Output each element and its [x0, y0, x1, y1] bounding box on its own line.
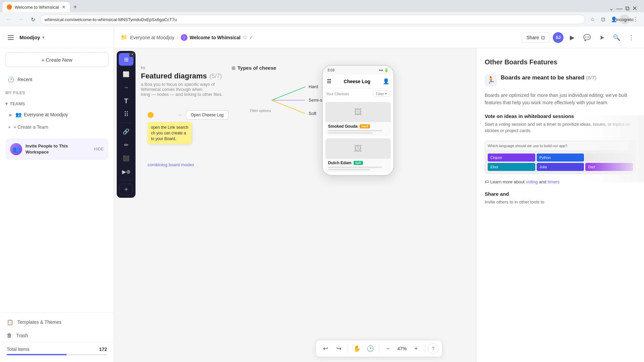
- tool-dropdown-icon: ▾: [129, 52, 135, 57]
- templates-themes-button[interactable]: 📋 Templates & Themes: [0, 315, 114, 329]
- rp-share-icon: 🏃: [485, 74, 497, 86]
- arrow-tool-button[interactable]: →: [119, 81, 133, 94]
- trash-label: Trash: [16, 333, 28, 338]
- frame-tool-button[interactable]: ⬜: [119, 68, 133, 80]
- create-team-button[interactable]: + + Create a Team: [3, 121, 111, 133]
- grid-tool-button[interactable]: ⠿: [119, 108, 133, 121]
- line-4: [328, 169, 370, 170]
- create-team-plus-icon: +: [8, 124, 11, 130]
- create-new-button[interactable]: + Create New: [5, 52, 108, 67]
- rp-main-desc: Boards are optimized for more than just …: [485, 92, 636, 107]
- presentation-button[interactable]: ▶: [566, 32, 578, 44]
- section-title-partial: Featured diagrams: [141, 72, 207, 80]
- maximize-button[interactable]: ⧉: [625, 5, 630, 12]
- sidebar-toggle[interactable]: ⊡: [598, 15, 608, 24]
- back-button[interactable]: ←: [4, 15, 13, 24]
- browser-chrome: Welcome to Whimsical ✕ + ⌄ — ⧉ ✕ ← → ↻ w…: [0, 0, 644, 27]
- refresh-button[interactable]: ↻: [28, 15, 38, 24]
- search-button[interactable]: 🔍: [610, 32, 623, 44]
- more-options-button[interactable]: ⋮: [625, 32, 637, 44]
- star-button[interactable]: ☆: [243, 34, 247, 41]
- minimize-button[interactable]: —: [616, 5, 623, 12]
- sidebar-menu-button[interactable]: [5, 32, 16, 43]
- browser-tabs: Welcome to Whimsical ✕ + ⌄ — ⧉ ✕: [0, 0, 644, 12]
- trash-button[interactable]: 🗑 Trash: [0, 329, 114, 342]
- zoom-in-button[interactable]: +: [410, 343, 422, 355]
- total-count: 172: [99, 347, 107, 352]
- breadcrumb-workspace-link[interactable]: Everyone at Moodjoy: [130, 35, 174, 40]
- cheese-card-1-title-row: Smoked Gouda Hard: [328, 124, 388, 129]
- collapse-button[interactable]: ⌄: [609, 5, 614, 12]
- close-button[interactable]: ✕: [632, 5, 637, 12]
- history-button[interactable]: 🕐: [364, 343, 376, 355]
- workspace-selector[interactable]: Moodjoy ▾: [19, 35, 44, 40]
- comments-button[interactable]: 💬: [581, 32, 593, 44]
- help-button[interactable]: ?: [428, 343, 439, 354]
- invite-hide-button[interactable]: HIDE: [94, 147, 104, 152]
- sidebar-item-recent[interactable]: 🕐 Recent: [3, 73, 111, 86]
- timers-link[interactable]: timers: [548, 179, 559, 184]
- add-tool-button[interactable]: +: [119, 184, 133, 195]
- cheese-2-name: Dutch Edam: [328, 161, 352, 165]
- active-tab[interactable]: Welcome to Whimsical ✕: [3, 2, 70, 12]
- trash-icon: 🗑: [7, 333, 12, 339]
- select-tool-button[interactable]: ⊞ ▾: [119, 53, 133, 66]
- vote-julia: Julia: [537, 163, 584, 171]
- share-button[interactable]: Share ⊡: [522, 33, 550, 43]
- rp-share-title: Share and: [485, 191, 636, 197]
- redo-button[interactable]: ↪: [333, 343, 345, 355]
- rp-voting-title: Vote on ideas in whiteboard sessions: [485, 113, 636, 119]
- new-tab-button[interactable]: +: [70, 2, 80, 12]
- right-panel: Other Boards Features 🏃 Boards are meant…: [476, 48, 644, 362]
- undo-button[interactable]: ↩: [320, 343, 332, 355]
- bookmark-button[interactable]: ☆: [588, 15, 597, 24]
- zoom-out-button[interactable]: −: [382, 343, 394, 355]
- subtitle-text-1: a Boa: [141, 82, 152, 87]
- sidebar-item-everyone[interactable]: ▶ 👥 Everyone at Moodjoy: [3, 109, 111, 121]
- canvas-area[interactable]: ⊞ ▾ ⬜ → T ⠿ 🔗: [114, 48, 644, 362]
- svg-line-3: [272, 87, 305, 100]
- link-tool-icon: 🔗: [123, 128, 129, 135]
- media-tool-button[interactable]: ▶⊕: [119, 165, 133, 178]
- breadcrumb-separator: /: [177, 35, 178, 40]
- sidebar-footer: 📋 Templates & Themes 🗑 Trash Total Items…: [0, 312, 114, 362]
- share-icon: ⊡: [541, 35, 545, 40]
- zoom-level-display[interactable]: 47%: [395, 346, 409, 351]
- section-subtitle-3: ining — nodes — and linking to other fil…: [141, 92, 223, 97]
- toolbar-actions: ☆ ⊡ 👤 Incognito ⋮: [588, 15, 640, 24]
- invite-text: Invite People to This Workspace: [25, 143, 91, 155]
- svg-text:Soft: Soft: [309, 111, 317, 116]
- voting-link[interactable]: voting: [526, 179, 538, 184]
- hand-tool-button[interactable]: ✋: [351, 343, 363, 355]
- sidebar: Moodjoy ▾ + Create New 🕐 Recent MY FILES…: [0, 27, 114, 362]
- main-content: 📁 Everyone at Moodjoy / Welcome to Whims…: [114, 27, 644, 362]
- teams-section-header[interactable]: ▾ TEAMS: [0, 99, 114, 108]
- user-avatar[interactable]: SJ: [553, 32, 564, 43]
- recent-icon: 🕐: [8, 76, 14, 82]
- flow-box-open: Open Cheese Log: [186, 110, 228, 120]
- line-3: [328, 167, 382, 168]
- address-bar[interactable]: whimsical.com/welcome-to-whimsical-MNSTy…: [40, 15, 585, 24]
- rp-main-title: Boards are meant to be shared (6/7): [501, 74, 596, 81]
- cheese-title-text: Types of cheese: [237, 65, 276, 71]
- vote-elixir: Elixir: [488, 163, 535, 171]
- bottom-divider-1: [348, 345, 348, 353]
- tab-close-button[interactable]: ✕: [62, 4, 66, 10]
- subtitle-line-3: ining — nodes — and linking to other fil…: [141, 92, 223, 97]
- sticky-tool-button[interactable]: ⬛: [119, 152, 133, 165]
- forward-button[interactable]: →: [16, 15, 25, 24]
- link-tool-button[interactable]: 🔗: [119, 125, 133, 138]
- pen-tool-button[interactable]: ✏: [119, 138, 133, 151]
- mockup-signals: ▪▪▪ 🔋: [379, 68, 389, 72]
- bottom-divider-3: [425, 345, 425, 353]
- add-tool-icon: +: [124, 186, 128, 193]
- tab-title: Welcome to Whimsical: [15, 5, 59, 10]
- zoom-in-icon: +: [414, 345, 418, 352]
- extensions-button[interactable]: ⋮: [631, 15, 640, 24]
- learn-more-link[interactable]: combining board modes: [148, 162, 194, 167]
- text-tool-button[interactable]: T: [119, 95, 133, 107]
- send-button[interactable]: ➤: [596, 32, 608, 44]
- mockup-app-header: ☰ Cheese Log 👤: [323, 74, 393, 88]
- flow-diagram: → Open Cheese Log: [148, 110, 228, 120]
- cheese-grid-icon: ⊞: [231, 65, 235, 71]
